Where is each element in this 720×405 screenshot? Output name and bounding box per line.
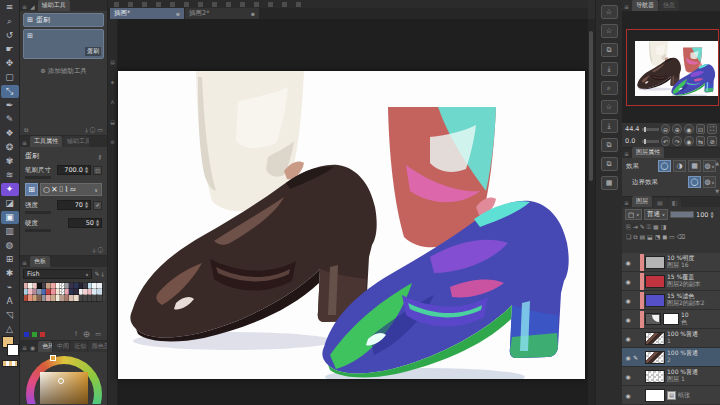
color-dot-swatch[interactable] <box>40 332 45 337</box>
rotate-slider[interactable] <box>642 140 658 143</box>
tool-property-footer-icons[interactable]: ⤓ ⓘ <box>93 246 103 254</box>
panel-menu-icon[interactable]: ≡ <box>624 150 629 157</box>
background-color-swatch[interactable] <box>7 344 19 356</box>
collapsed-panel-strip[interactable]: ▤◈A⬓⚙ <box>108 19 118 405</box>
effect-chip[interactable]: ◯ <box>658 160 671 172</box>
lock-icons[interactable]: ⎘ ⇥ ✎ ⚿ ▦ ◨ <box>626 223 666 231</box>
layer-row[interactable]: ◉15 %滤色图层2的副本2 <box>622 291 720 310</box>
auto-select-tool-icon[interactable]: ⌁ <box>1 281 19 294</box>
gradient-tool-icon[interactable]: ▥ <box>1 225 19 238</box>
command-icon[interactable] <box>198 2 203 7</box>
close-icon[interactable]: ⊗ <box>251 11 255 17</box>
panel-menu-icon[interactable]: ≡ <box>22 259 27 266</box>
scroll-down-icon[interactable]: ▼ <box>715 188 719 194</box>
tab-layers-extra2[interactable]: ◧ <box>668 198 682 207</box>
balloon-tool-icon[interactable]: ◹ <box>1 309 19 322</box>
effect-chip[interactable]: ◍∨ <box>703 160 716 172</box>
layer-lock-row[interactable]: ⎘ ⇥ ✎ ⚿ ▦ ◨ <box>622 222 720 232</box>
panel-menu-icon[interactable]: ≡ <box>22 344 27 351</box>
layer-thumbnail[interactable] <box>645 389 665 402</box>
decoration-tool-icon[interactable]: ✾ <box>1 155 19 168</box>
fit-screen-button[interactable]: ⊡ <box>696 124 706 134</box>
strength-dynamics-button[interactable]: ✐ <box>93 201 102 210</box>
layer-row[interactable]: ◉10色 <box>622 310 720 329</box>
image-icon[interactable]: ▦ <box>601 176 618 190</box>
brush-tip-selected-icon[interactable]: ⊞ <box>25 183 38 196</box>
frame-tool-icon[interactable]: ⊞ <box>1 253 19 266</box>
layer-mask-thumbnail[interactable] <box>663 313 679 325</box>
effect-chip[interactable]: ▦ <box>688 160 701 172</box>
eraser-tool-icon[interactable]: ◪ <box>1 197 19 210</box>
color-swatch[interactable] <box>97 295 102 301</box>
tab-layer-property[interactable]: 图层属性 <box>632 147 664 158</box>
command-icon[interactable] <box>226 2 231 7</box>
liquify-tool-icon[interactable]: ✦ <box>1 183 19 196</box>
folder-star-icon[interactable]: ☆ <box>601 24 618 38</box>
tab-color-wheel[interactable]: 色环 <box>38 341 52 352</box>
folder-download-icon[interactable]: ⤓ <box>601 62 618 76</box>
command-icon[interactable] <box>254 2 259 7</box>
folder-camera-icon[interactable]: ⧉ <box>601 43 618 57</box>
tab-subtool[interactable]: 辅助工具 <box>38 0 70 11</box>
blur-tool-icon[interactable]: ◍ <box>1 239 19 252</box>
layer-row[interactable]: ◉15 %覆盖图层2的副本 <box>622 272 720 291</box>
command-icon[interactable] <box>128 2 133 7</box>
sv-cursor[interactable] <box>58 378 64 384</box>
hardness-input[interactable]: 50▲▼ <box>68 218 102 228</box>
folder-star-icon[interactable]: ☆ <box>601 100 618 114</box>
command-icon[interactable] <box>296 2 301 7</box>
tab-color-set[interactable]: 色板 <box>30 256 50 267</box>
subtool-footer-icons[interactable]: ⤓ ⓘ ▭ <box>85 126 103 134</box>
border-effect-chip[interactable]: ◍∨ <box>703 176 716 188</box>
brush-tip-selector[interactable]: ○✕⌷⌇≈ ∨ <box>40 183 102 196</box>
blend-tool-icon[interactable]: ≋ <box>1 169 19 182</box>
command-icon[interactable] <box>142 2 147 7</box>
opacity-slider[interactable] <box>670 211 694 218</box>
eyedropper-tool-icon[interactable]: ⤡ <box>1 85 19 98</box>
color-pair[interactable] <box>2 336 18 358</box>
tab-information[interactable]: 信息 <box>659 0 679 11</box>
palette-color-dropdown[interactable]: ▢ ∨ <box>625 209 642 220</box>
panel-menu-icon[interactable]: ≡ <box>22 3 27 10</box>
brush-size-dialog-button[interactable]: ◻ <box>93 166 102 175</box>
layer-row[interactable]: ◉100 %普通图层 1 <box>622 367 720 386</box>
color-dot-swatch[interactable] <box>24 332 29 337</box>
color-set-footer-icons[interactable]: ⤒ ⨁ ▭ <box>75 330 103 338</box>
canvas-document[interactable] <box>118 71 585 379</box>
duplicate-icon[interactable]: ⧉ <box>24 126 28 134</box>
brush-tool-icon[interactable]: ❖ <box>1 127 19 140</box>
visibility-eye-icon[interactable]: ◉ <box>623 297 633 304</box>
text-tool-icon[interactable]: A <box>1 295 19 308</box>
folder-star-icon[interactable]: ☆ <box>601 5 618 19</box>
tab-tool-property[interactable]: 工具属性 <box>30 136 62 147</box>
zoom-out-button[interactable]: ⊖ <box>661 124 671 134</box>
layer-action-row[interactable]: ❑ ⧉ ▤ ⬓ ⬔ ◼ ▭ ⌫ <box>622 232 720 242</box>
pattern-tool-icon[interactable]: ✱ <box>1 267 19 280</box>
layer-thumbnail[interactable] <box>645 370 665 383</box>
rotate-reset-button[interactable]: ◉ <box>684 136 694 146</box>
canvas-vertical-scrollbar[interactable] <box>588 19 595 405</box>
tab-navigator[interactable]: 导航器 <box>632 0 658 11</box>
flip-horizontal-button[interactable]: ⇆ <box>696 136 706 146</box>
layer-thumbnail[interactable] <box>645 294 665 307</box>
folder-camera-icon[interactable]: ⧉ <box>601 157 618 171</box>
border-effect-chip[interactable]: ◯ <box>688 176 701 188</box>
visibility-eye-icon[interactable]: ◉ <box>623 392 633 399</box>
move-tool-icon[interactable]: ✥ <box>1 57 19 70</box>
zoom-in-button[interactable]: ⊕ <box>672 124 682 134</box>
subtool-item-brush-preview[interactable]: ⊞ 蛋刷 <box>23 29 104 59</box>
strength-bar[interactable] <box>25 211 51 214</box>
command-icon[interactable] <box>114 2 119 7</box>
command-icon[interactable] <box>170 2 175 7</box>
tab-subtool-detail[interactable]: 辅助工具详细 <box>63 136 89 147</box>
visibility-eye-icon[interactable]: ◉ <box>623 316 633 323</box>
layer-thumbnail[interactable] <box>645 275 665 288</box>
ruler-tool-icon[interactable]: △ <box>1 323 19 336</box>
visibility-eye-icon[interactable]: ◉ <box>623 373 633 380</box>
folder-camera-icon[interactable]: ⧉ <box>601 138 618 152</box>
command-icon[interactable] <box>282 2 287 7</box>
layer-action-icons[interactable]: ❑ ⧉ ▤ ⬓ ⬔ ◼ ▭ ⌫ <box>626 233 685 241</box>
subtool-item-brush[interactable]: ⊞ 蛋刷 <box>23 13 104 27</box>
zoom-tool-icon[interactable]: ⌕ <box>1 15 19 28</box>
color-dot-swatch[interactable] <box>32 332 37 337</box>
